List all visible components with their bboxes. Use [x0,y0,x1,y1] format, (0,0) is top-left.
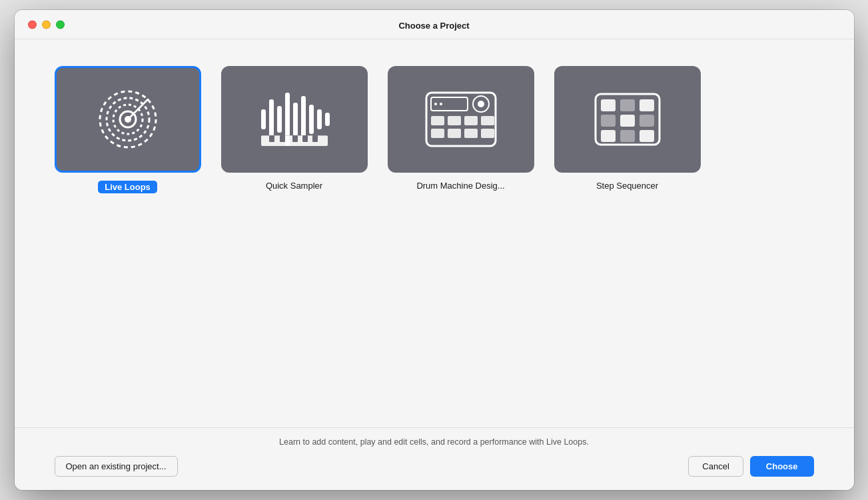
svg-rect-38 [620,99,635,111]
svg-rect-34 [464,129,478,138]
project-item-drum-machine[interactable]: Drum Machine Desig... [388,66,534,193]
svg-rect-41 [620,115,635,127]
svg-rect-44 [620,130,635,142]
svg-rect-21 [312,135,318,142]
project-item-live-loops[interactable]: Live Loops [55,66,201,193]
content-area: Live Loops [15,39,854,427]
drum-machine-icon[interactable] [388,66,534,173]
svg-rect-30 [464,116,478,125]
svg-rect-29 [448,116,461,125]
quick-sampler-label: Quick Sampler [266,181,322,191]
close-button[interactable] [28,20,37,29]
live-loops-label: Live Loops [98,181,157,193]
svg-rect-39 [640,99,654,111]
svg-rect-18 [280,135,285,142]
button-row: Open an existing project... Cancel Choos… [55,456,814,477]
svg-point-27 [478,101,484,107]
svg-rect-12 [309,105,314,134]
dialog-window: Choose a Project L [15,10,854,490]
svg-rect-7 [269,99,274,139]
svg-rect-33 [448,129,461,138]
traffic-lights [28,20,65,29]
svg-rect-20 [302,135,308,142]
description-text: Learn to add content, play and edit cell… [55,437,814,447]
svg-line-5 [128,99,148,119]
drum-machine-label: Drum Machine Desig... [416,181,504,191]
svg-rect-6 [261,109,266,129]
bottom-section: Learn to add content, play and edit cell… [15,427,854,490]
svg-rect-13 [317,109,322,129]
quick-sampler-icon[interactable] [221,66,368,173]
svg-rect-40 [601,115,616,127]
open-existing-button[interactable]: Open an existing project... [55,456,178,477]
svg-rect-43 [601,130,616,142]
project-item-step-sequencer[interactable]: Step Sequencer [554,66,701,193]
right-buttons: Cancel Choose [688,456,813,477]
svg-rect-14 [325,113,330,126]
svg-point-25 [440,103,442,105]
svg-rect-42 [640,115,654,127]
maximize-button[interactable] [56,20,65,29]
svg-rect-31 [481,116,494,125]
choose-button[interactable]: Choose [750,456,814,477]
svg-point-24 [434,103,437,105]
svg-rect-28 [431,116,444,125]
minimize-button[interactable] [42,20,51,29]
svg-rect-32 [431,129,444,138]
svg-rect-8 [277,106,282,133]
project-grid: Live Loops [55,66,814,193]
dialog-title: Choose a Project [398,21,469,31]
cancel-button[interactable]: Cancel [688,456,743,477]
title-bar: Choose a Project [15,10,854,39]
svg-rect-35 [481,129,494,138]
svg-rect-37 [601,99,616,111]
step-sequencer-icon[interactable] [554,66,701,173]
svg-rect-10 [293,103,298,136]
svg-rect-45 [640,130,654,142]
project-item-quick-sampler[interactable]: Quick Sampler [221,66,368,193]
svg-rect-19 [292,135,298,142]
step-sequencer-label: Step Sequencer [596,181,658,191]
live-loops-icon[interactable] [55,66,201,173]
svg-rect-17 [269,135,274,142]
